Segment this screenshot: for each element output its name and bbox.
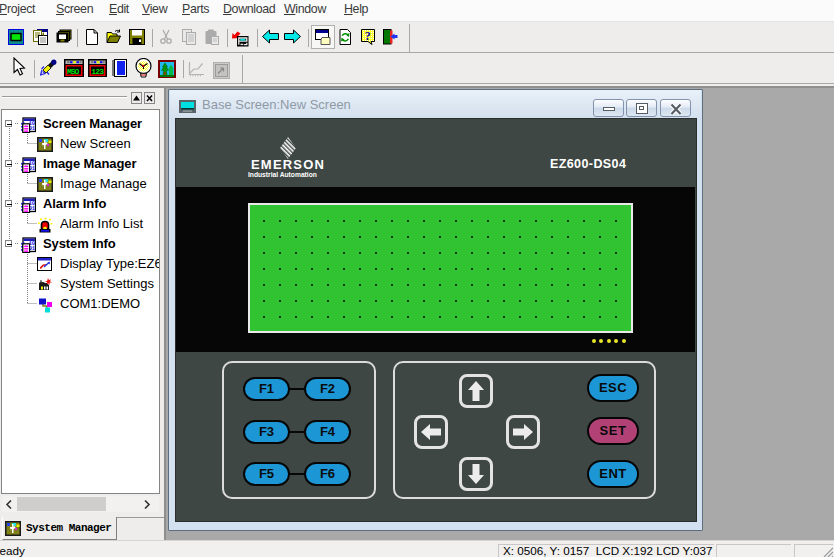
svg-text:?: ? [365,29,371,43]
svg-text:123: 123 [91,67,104,76]
svg-text:MSO: MSO [67,67,80,76]
